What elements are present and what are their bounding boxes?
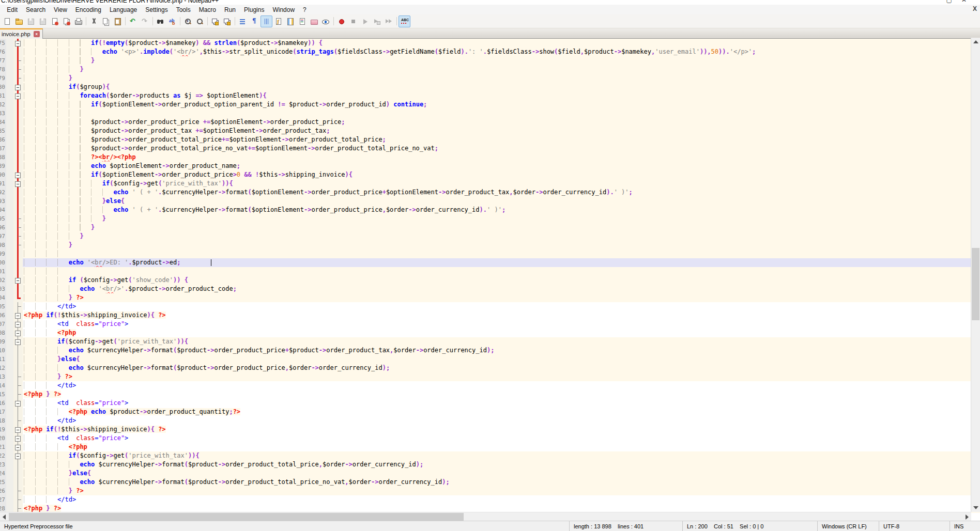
vertical-scrollbar-thumb[interactable] [972,248,979,320]
macro-record-button[interactable] [335,15,347,27]
bookmark-margin[interactable] [6,355,13,364]
fold-margin[interactable] [13,91,23,100]
bookmark-margin[interactable] [6,425,13,434]
fold-margin[interactable] [13,293,23,302]
fold-margin[interactable] [13,478,23,487]
fold-collapse-icon[interactable] [15,93,21,99]
bookmark-margin[interactable] [6,91,13,100]
code-editor[interactable]: 175 if(!empty($product->$namekey) && str… [0,39,980,513]
bookmark-margin[interactable] [6,434,13,443]
scroll-right-icon[interactable] [966,514,969,520]
bookmark-margin[interactable] [6,188,13,197]
bookmark-margin[interactable] [6,320,13,329]
fold-collapse-icon[interactable] [15,278,21,284]
fold-margin[interactable] [13,223,23,232]
open-file-button[interactable] [13,15,25,27]
tab-invoice-php[interactable]: invoice.php x [0,28,43,39]
monitoring-button[interactable] [320,15,332,27]
menu-window[interactable]: Window [268,5,299,14]
bookmark-margin[interactable] [6,56,13,65]
fold-margin[interactable] [13,460,23,469]
find-button[interactable] [155,15,166,27]
word-wrap-button[interactable] [237,15,249,27]
macro-stop-button[interactable] [347,15,359,27]
bookmark-margin[interactable] [6,83,13,91]
scroll-left-icon[interactable] [3,514,6,520]
bookmark-margin[interactable] [6,408,13,416]
fold-margin[interactable] [13,39,23,48]
bookmark-margin[interactable] [6,153,13,162]
fold-margin[interactable] [13,241,23,249]
fold-collapse-icon[interactable] [15,322,21,327]
fold-margin[interactable] [13,487,23,495]
print-button[interactable] [72,15,84,27]
bookmark-margin[interactable] [6,144,13,153]
bookmark-margin[interactable] [6,100,13,109]
fold-margin[interactable] [13,302,23,311]
fold-collapse-icon[interactable] [15,331,21,336]
fold-collapse-icon[interactable] [15,181,21,187]
close-icon[interactable]: ✕ [961,0,976,4]
fold-margin[interactable] [13,214,23,223]
fold-margin[interactable] [13,267,23,276]
menu-settings[interactable]: Settings [141,5,172,14]
maximize-icon[interactable]: ▢ [946,0,961,4]
fold-margin[interactable] [13,162,23,170]
bookmark-margin[interactable] [6,390,13,399]
bookmark-margin[interactable] [6,109,13,118]
bookmark-margin[interactable] [6,214,13,223]
menu-view[interactable]: View [50,5,71,14]
bookmark-margin[interactable] [6,249,13,258]
bookmark-margin[interactable] [6,302,13,311]
bookmark-margin[interactable] [6,346,13,355]
fold-collapse-icon[interactable] [15,41,21,46]
macro-save-button[interactable] [371,15,383,27]
save-all-button[interactable] [37,15,49,27]
bookmark-margin[interactable] [6,293,13,302]
fold-margin[interactable] [13,337,23,346]
fold-collapse-icon[interactable] [15,339,21,345]
menu-help[interactable]: ? [299,5,311,14]
fold-margin[interactable] [13,399,23,408]
scroll-down-icon[interactable] [973,506,978,509]
fold-margin[interactable] [13,249,23,258]
show-all-characters-button[interactable] [249,15,261,27]
paste-button[interactable] [112,15,124,27]
fold-margin[interactable] [13,469,23,478]
bookmark-margin[interactable] [6,276,13,285]
bookmark-margin[interactable] [6,311,13,320]
close-all-button[interactable] [60,15,72,27]
bookmark-margin[interactable] [6,241,13,249]
sync-vertical-button[interactable] [209,15,221,27]
fold-margin[interactable] [13,170,23,179]
fold-margin[interactable] [13,355,23,364]
fold-margin[interactable] [13,425,23,434]
bookmark-margin[interactable] [6,197,13,206]
close-button[interactable] [49,15,60,27]
menu-run[interactable]: Run [220,5,240,14]
bookmark-margin[interactable] [6,487,13,495]
fold-collapse-icon[interactable] [15,313,21,319]
fold-margin[interactable] [13,443,23,451]
fold-margin[interactable] [13,135,23,144]
bookmark-margin[interactable] [6,469,13,478]
bookmark-margin[interactable] [6,267,13,276]
fold-margin[interactable] [13,408,23,416]
bookmark-margin[interactable] [6,372,13,381]
fold-margin[interactable] [13,144,23,153]
indent-guide-button[interactable] [261,15,272,27]
replace-button[interactable] [166,15,178,27]
bookmark-margin[interactable] [6,223,13,232]
fold-margin[interactable] [13,65,23,74]
fold-collapse-icon[interactable] [15,401,21,407]
fold-margin[interactable] [13,451,23,460]
fold-collapse-icon[interactable] [15,445,21,450]
bookmark-margin[interactable] [6,74,13,83]
zoom-out-button[interactable] [194,15,206,27]
fold-collapse-icon[interactable] [15,436,21,442]
macro-multi-run-button[interactable] [383,15,395,27]
menu-plugins[interactable]: Plugins [240,5,268,14]
scroll-up-icon[interactable] [973,40,978,43]
menu-edit[interactable]: Edit [3,5,22,14]
bookmark-margin[interactable] [6,399,13,408]
